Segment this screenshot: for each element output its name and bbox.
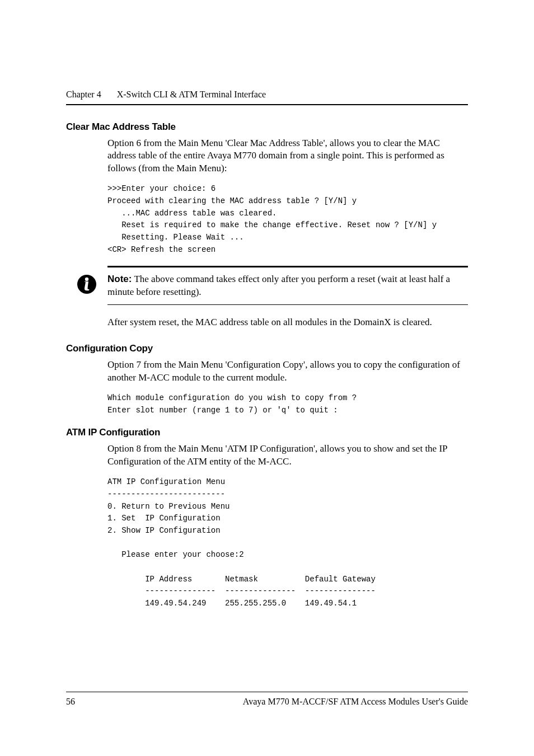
note-text: Note: The above command takes effect onl… [107, 273, 468, 299]
footer: 56 Avaya M770 M-ACCF/SF ATM Access Modul… [66, 692, 468, 708]
note-body: The above command takes effect only afte… [107, 274, 450, 297]
running-head: Chapter 4 X-Switch CLI & ATM Terminal In… [66, 88, 468, 101]
info-icon [66, 273, 107, 294]
para-config-copy: Option 7 from the Main Menu 'Configurati… [107, 359, 468, 384]
svg-point-1 [85, 278, 88, 281]
note-block: Note: The above command takes effect onl… [66, 266, 468, 305]
para-clear-mac: Option 6 from the Main Menu 'Clear Mac A… [107, 137, 468, 176]
header-rule [66, 104, 468, 105]
note-row: Note: The above command takes effect onl… [66, 267, 468, 304]
note-rule-bottom [107, 304, 468, 305]
guide-title: Avaya M770 M-ACCF/SF ATM Access Modules … [243, 696, 468, 708]
heading-atm-ip: ATM IP Configuration [66, 426, 468, 439]
para-atm-ip: Option 8 from the Main Menu 'ATM IP Conf… [107, 443, 468, 468]
footer-rule [66, 692, 468, 692]
code-config-copy: Which module configuration do you wish t… [107, 392, 468, 416]
chapter-title: X-Switch CLI & ATM Terminal Interface [117, 88, 266, 101]
code-atm-ip: ATM IP Configuration Menu --------------… [107, 476, 468, 610]
page-number: 56 [66, 696, 75, 708]
heading-config-copy: Configuration Copy [66, 342, 468, 355]
note-label: Note: [107, 274, 132, 284]
page: Chapter 4 X-Switch CLI & ATM Terminal In… [0, 0, 534, 756]
heading-clear-mac: Clear Mac Address Table [66, 121, 468, 134]
code-clear-mac: >>>Enter your choice: 6 Proceed with cle… [107, 183, 468, 256]
chapter-label: Chapter 4 [66, 88, 101, 101]
para-after-note: After system reset, the MAC address tabl… [107, 316, 468, 329]
